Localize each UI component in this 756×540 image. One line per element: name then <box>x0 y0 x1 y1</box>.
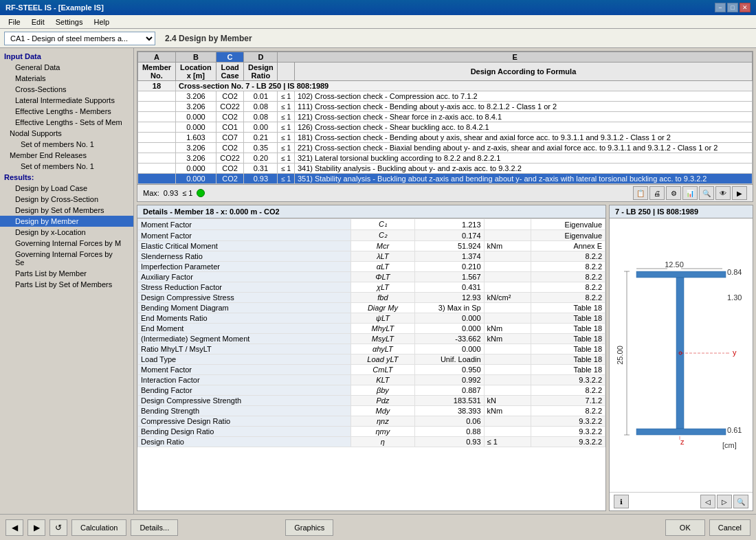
bottom-section: Details - Member 18 - x: 0.000 m - CO2 M… <box>137 205 753 511</box>
sidebar-item-general-data[interactable]: General Data <box>0 62 133 73</box>
icon-btn-4[interactable]: 📊 <box>682 186 698 200</box>
col-a-header: A <box>138 52 176 63</box>
sidebar-item-materials[interactable]: Materials <box>0 73 133 84</box>
details-button[interactable]: Details... <box>131 519 178 536</box>
svg-text:[cm]: [cm] <box>722 441 737 449</box>
cancel-button[interactable]: Cancel <box>709 519 751 536</box>
menu-bar: File Edit Settings Help <box>0 15 756 29</box>
detail-prop-val: 0.992 <box>414 375 484 385</box>
sidebar-item-parts-set[interactable]: Parts List by Set of Members <box>0 279 133 290</box>
nav-btn-1[interactable]: ◀ <box>5 519 23 536</box>
table-row[interactable]: 1.603 CO7 0.21 ≤ 1 181) Cross-section ch… <box>138 133 753 143</box>
detail-prop-unit <box>484 262 531 272</box>
svg-rect-3 <box>636 271 726 278</box>
calculation-button[interactable]: Calculation <box>71 519 126 536</box>
detail-prop-unit <box>484 355 531 365</box>
table-row[interactable]: 0.000 CO1 0.00 ≤ 1 126) Cross-section ch… <box>138 122 753 133</box>
cs-info-btn[interactable]: ℹ <box>614 495 629 508</box>
icon-btn-3[interactable]: ⚙ <box>666 186 681 200</box>
cs-zoom-btn[interactable]: 🔍 <box>733 495 748 508</box>
sidebar-item-lateral-supports[interactable]: Lateral Intermediate Supports <box>0 95 133 106</box>
details-row: Moment FactorC₂0.174Eigenvalue <box>138 230 605 241</box>
table-row[interactable]: 3.206 CO22 0.20 ≤ 1 321) Lateral torsion… <box>138 153 753 164</box>
title-bar: RF-STEEL IS - [Example IS] − □ ✕ <box>0 0 756 15</box>
nav-btn-2[interactable]: ▶ <box>27 519 45 536</box>
detail-prop-name: Moment Factor <box>138 219 351 230</box>
sidebar-item-nodal-set1[interactable]: Set of members No. 1 <box>0 139 133 150</box>
sidebar-item-nodal-supports[interactable]: Nodal Supports <box>0 128 133 139</box>
details-row: Design Ratioη0.93≤ 19.3.2.2 <box>138 437 605 447</box>
window-controls: − □ ✕ <box>715 3 751 12</box>
details-table-wrapper: Moment FactorC₁1.213EigenvalueMoment Fac… <box>137 218 605 510</box>
design-case-select[interactable]: CA1 - Design of steel members a... <box>4 32 155 45</box>
table-row[interactable]: 3.206 CO2 0.35 ≤ 1 221) Cross-section ch… <box>138 143 753 153</box>
ok-button[interactable]: OK <box>665 519 705 536</box>
sidebar-item-design-cross[interactable]: Design by Cross-Section <box>0 194 133 205</box>
detail-prop-val: 0.06 <box>414 416 484 427</box>
table-action-icons: 📋 🖨 ⚙ 📊 🔍 👁 ▶ <box>633 186 747 200</box>
nav-btn-3[interactable]: ↺ <box>49 519 67 536</box>
table-row-selected[interactable]: 0.000 CO2 0.93 ≤ 1 351) Stability analys… <box>138 174 753 184</box>
minimize-button[interactable]: − <box>715 3 726 12</box>
cs-view-btn-1[interactable]: ◁ <box>700 495 715 508</box>
lc-cell: CO22 <box>216 102 244 112</box>
menu-settings[interactable]: Settings <box>50 16 89 27</box>
loc-cell: 0.000 <box>175 122 216 133</box>
lc-cell: CO22 <box>216 153 244 164</box>
sidebar-item-governing-forces-m[interactable]: Governing Internal Forces by M <box>0 238 133 249</box>
formula-cell: 102) Cross-section check - Compression a… <box>294 91 752 102</box>
detail-prop-name: Design Ratio <box>138 437 351 447</box>
detail-prop-val: 0.950 <box>414 365 484 375</box>
sidebar-item-parts-member[interactable]: Parts List by Member <box>0 268 133 279</box>
lc-cell: CO1 <box>216 122 244 133</box>
detail-prop-sym: Mdy <box>351 406 414 416</box>
detail-prop-name: Elastic Critical Moment <box>138 241 351 251</box>
icon-btn-2[interactable]: 🖨 <box>649 186 665 200</box>
detail-prop-unit <box>484 303 531 313</box>
icon-btn-7[interactable]: ▶ <box>732 186 747 200</box>
sidebar-item-design-x[interactable]: Design by x-Location <box>0 227 133 238</box>
table-row[interactable]: 3.206 CO22 0.08 ≤ 1 111) Cross-section c… <box>138 102 753 112</box>
ratio-cell: 0.00 <box>244 122 278 133</box>
detail-prop-val: 0.431 <box>414 282 484 293</box>
menu-file[interactable]: File <box>3 16 26 27</box>
header-leq <box>278 63 295 81</box>
detail-prop-ref: 8.2.2 <box>531 282 605 293</box>
sidebar-item-eff-lengths-sets[interactable]: Effective Lengths - Sets of Mem <box>0 117 133 128</box>
menu-help[interactable]: Help <box>88 16 115 27</box>
detail-prop-ref: Table 18 <box>531 303 605 313</box>
lc-cell: CO7 <box>216 133 244 143</box>
sidebar-item-cross-sections[interactable]: Cross-Sections <box>0 84 133 95</box>
detail-prop-name: Bending Strength <box>138 406 351 416</box>
menu-edit[interactable]: Edit <box>26 16 50 27</box>
cs-view-btn-2[interactable]: ▷ <box>717 495 732 508</box>
sidebar-input-heading: Input Data <box>0 51 133 62</box>
leq-cell: ≤ 1 <box>278 164 295 174</box>
ratio-cell: 0.35 <box>244 143 278 153</box>
icon-btn-6[interactable]: 👁 <box>715 186 731 200</box>
lc-cell: CO2 <box>216 164 244 174</box>
sidebar-item-release-set1[interactable]: Set of members No. 1 <box>0 161 133 172</box>
table-row[interactable]: 0.000 CO2 0.08 ≤ 1 121) Cross-section ch… <box>138 112 753 122</box>
sidebar-item-design-member[interactable]: Design by Member <box>0 216 133 227</box>
svg-text:1.30: 1.30 <box>727 293 742 302</box>
graphics-button[interactable]: Graphics <box>285 519 333 536</box>
table-row[interactable]: 3.206 CO2 0.01 ≤ 1 102) Cross-section ch… <box>138 91 753 102</box>
detail-prop-name: Design Compressive Strength <box>138 396 351 406</box>
sidebar-item-member-end-releases[interactable]: Member End Releases <box>0 150 133 161</box>
sidebar-item-design-load[interactable]: Design by Load Case <box>0 183 133 194</box>
leq-cell: ≤ 1 <box>278 133 295 143</box>
max-label: Max: <box>143 189 159 197</box>
sidebar-item-governing-forces-s[interactable]: Governing Internal Forces by Se <box>0 249 133 268</box>
icon-btn-1[interactable]: 📋 <box>633 186 648 200</box>
details-panel: Details - Member 18 - x: 0.000 m - CO2 M… <box>137 205 606 511</box>
table-row[interactable]: 0.000 CO2 0.31 ≤ 1 341) Stability analys… <box>138 164 753 174</box>
sidebar-item-design-set[interactable]: Design by Set of Members <box>0 205 133 216</box>
close-button[interactable]: ✕ <box>740 3 751 12</box>
maximize-button[interactable]: □ <box>727 3 738 12</box>
detail-prop-ref: 8.2.2 <box>531 262 605 272</box>
detail-prop-ref: Table 18 <box>531 313 605 324</box>
sidebar-item-eff-lengths-members[interactable]: Effective Lengths - Members <box>0 106 133 117</box>
sidebar-results-heading: Results: <box>0 172 133 183</box>
icon-btn-5[interactable]: 🔍 <box>699 186 714 200</box>
